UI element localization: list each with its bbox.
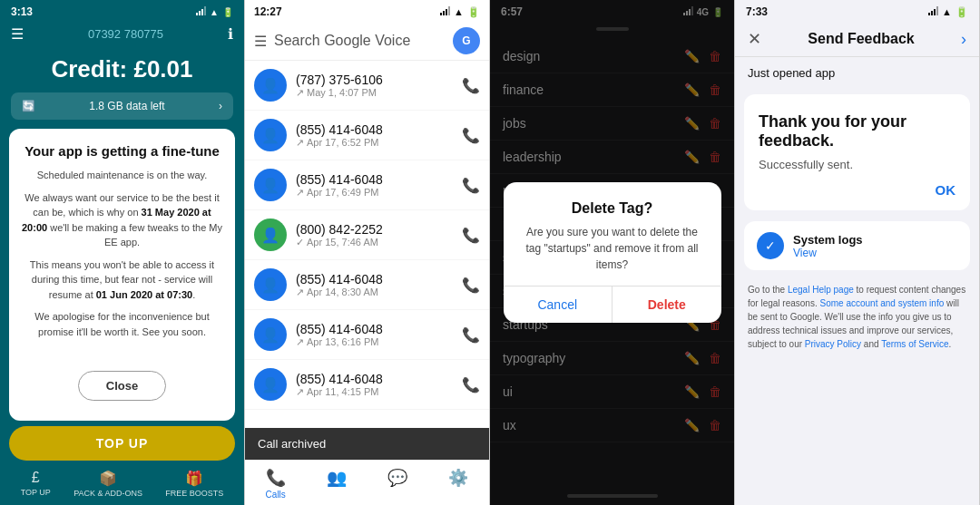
signal-icon bbox=[440, 5, 450, 18]
system-logs-title: System logs bbox=[793, 233, 863, 247]
nav-boosts-label: FREE BOOSTS bbox=[165, 489, 223, 498]
bottom-nav: £ TOP UP 📦 PACK & ADD-ONS 🎁 FREE BOOSTS bbox=[9, 462, 235, 498]
battery-icon: 🔋 bbox=[467, 6, 480, 18]
phone-icon[interactable]: 📞 bbox=[462, 177, 480, 194]
nav-item-packs[interactable]: 📦 PACK & ADD-ONS bbox=[74, 470, 142, 498]
info-icon[interactable]: ℹ bbox=[228, 25, 233, 43]
archived-toast: Call archived bbox=[245, 428, 489, 460]
phone-icon[interactable]: 📞 bbox=[462, 326, 480, 344]
call-avatar: 👤 bbox=[254, 169, 287, 201]
ok-button-container: OK bbox=[759, 182, 956, 198]
call-item-4[interactable]: 👤 (800) 842-2252 ✓ Apr 15, 7:46 AM 📞 bbox=[245, 210, 489, 260]
call-date: ↗ May 1, 4:07 PM bbox=[296, 87, 453, 99]
tags-screen: 6:57 4G 🔋 design ✏️ 🗑 finance ✏️ 🗑 jobs bbox=[490, 0, 735, 505]
phone-icon[interactable]: 📞 bbox=[462, 376, 480, 393]
signal-icon bbox=[196, 6, 206, 17]
call-item-2[interactable]: 👤 (855) 414-6048 ↗ Apr 17, 6:52 PM 📞 bbox=[245, 111, 489, 160]
nav-settings[interactable]: ⚙️ bbox=[448, 468, 468, 500]
call-item-6[interactable]: 👤 (855) 414-6048 ↗ Apr 13, 6:16 PM 📞 bbox=[245, 310, 489, 360]
time-label: 12:27 bbox=[254, 5, 282, 18]
call-item-7[interactable]: 👤 (855) 414-6048 ↗ Apr 11, 4:15 PM 📞 bbox=[245, 360, 489, 410]
phone-icon[interactable]: 📞 bbox=[462, 227, 480, 244]
battery-icon: 🔋 bbox=[956, 6, 968, 18]
just-opened-label: Just opened app bbox=[735, 57, 979, 89]
data-banner: 🔄 1.8 GB data left › bbox=[11, 92, 233, 120]
modal-para3: This means you won't be able to access i… bbox=[22, 257, 222, 303]
terms-of-service-link[interactable]: Terms of Service bbox=[881, 339, 948, 349]
topup-icon: £ bbox=[32, 470, 40, 486]
thank-you-body: Successfully sent. bbox=[759, 158, 956, 171]
feedback-screen: 7:33 ▲ 🔋 ✕ Send Feedback › Just opened a… bbox=[735, 0, 980, 505]
confirm-delete-button[interactable]: Delete bbox=[612, 286, 721, 323]
status-icons: ▲ 🔋 bbox=[928, 5, 968, 18]
ee-app-screen: 3:13 ▲ 🔋 ☰ 07392 780775 ℹ Credit: £0.01 … bbox=[0, 0, 245, 505]
nav-topup-label: TOP UP bbox=[21, 488, 51, 497]
thank-you-modal: Thank you for your feedback. Successfull… bbox=[744, 94, 970, 210]
system-logs-section: ✓ System logs View bbox=[744, 221, 970, 270]
calls-label: Calls bbox=[266, 490, 286, 500]
call-info: (855) 414-6048 ↗ Apr 13, 6:16 PM bbox=[296, 322, 453, 348]
call-date: ↗ Apr 11, 4:15 PM bbox=[296, 386, 453, 398]
chevron-right-icon[interactable]: › bbox=[219, 100, 222, 112]
call-item-5[interactable]: 👤 (855) 414-6048 ↗ Apr 14, 8:30 AM 📞 bbox=[245, 260, 489, 310]
data-icon: 🔄 bbox=[22, 100, 35, 112]
nav-packs-label: PACK & ADD-ONS bbox=[74, 489, 142, 498]
call-number: (855) 414-6048 bbox=[296, 122, 453, 137]
call-info: (787) 375-6106 ↗ May 1, 4:07 PM bbox=[296, 73, 453, 99]
cancel-delete-button[interactable]: Cancel bbox=[504, 286, 613, 323]
nav-item-topup[interactable]: £ TOP UP bbox=[21, 470, 51, 498]
account-info-link[interactable]: Some account and system info bbox=[820, 298, 945, 308]
time-label: 7:33 bbox=[746, 5, 768, 18]
data-left-label: 1.8 GB data left bbox=[89, 100, 164, 112]
time-label: 3:13 bbox=[11, 5, 33, 18]
contacts-icon: 👥 bbox=[327, 468, 347, 488]
wifi-icon: ▲ bbox=[210, 7, 219, 17]
call-info: (855) 414-6048 ↗ Apr 17, 6:49 PM bbox=[296, 172, 453, 199]
call-info: (800) 842-2252 ✓ Apr 15, 7:46 AM bbox=[296, 222, 453, 248]
nav-contacts[interactable]: 👥 bbox=[327, 468, 347, 500]
call-item-1[interactable]: 👤 (787) 375-6106 ↗ May 1, 4:07 PM 📞 bbox=[245, 61, 489, 111]
close-button[interactable]: Close bbox=[78, 371, 166, 401]
user-avatar[interactable]: G bbox=[453, 27, 480, 54]
header-title: Send Feedback bbox=[808, 31, 914, 47]
calls-icon: 📞 bbox=[266, 468, 286, 488]
call-avatar: 👤 bbox=[254, 268, 287, 301]
status-bar: 12:27 ▲ 🔋 bbox=[245, 0, 489, 22]
status-bar: 3:13 ▲ 🔋 bbox=[0, 0, 244, 22]
close-button[interactable]: ✕ bbox=[748, 29, 761, 49]
call-info: (855) 414-6048 ↗ Apr 11, 4:15 PM bbox=[296, 372, 453, 398]
call-number: (855) 414-6048 bbox=[296, 272, 453, 286]
call-info: (855) 414-6048 ↗ Apr 14, 8:30 AM bbox=[296, 272, 453, 298]
hamburger-icon[interactable]: ☰ bbox=[254, 33, 267, 50]
call-date: ↗ Apr 13, 6:16 PM bbox=[296, 336, 453, 348]
packs-icon: 📦 bbox=[99, 470, 117, 487]
system-logs-info: System logs View bbox=[793, 233, 863, 259]
archived-label: Call archived bbox=[258, 437, 326, 451]
delete-modal-body: Are you sure you want to delete the tag … bbox=[518, 224, 707, 273]
thank-you-title: Thank you for your feedback. bbox=[759, 112, 956, 151]
view-logs-link[interactable]: View bbox=[793, 247, 863, 259]
ok-button[interactable]: OK bbox=[936, 182, 956, 198]
phone-icon[interactable]: 📞 bbox=[462, 127, 480, 144]
call-number: (855) 414-6048 bbox=[296, 322, 453, 336]
signal-icon bbox=[928, 5, 938, 18]
credit-display: Credit: £0.01 bbox=[0, 50, 244, 92]
call-date: ↗ Apr 17, 6:52 PM bbox=[296, 137, 453, 149]
call-avatar: 👤 bbox=[254, 368, 287, 401]
search-bar[interactable]: ☰ Search Google Voice G bbox=[245, 22, 489, 61]
phone-icon[interactable]: 📞 bbox=[462, 77, 480, 94]
send-button[interactable]: › bbox=[961, 30, 966, 49]
menu-icon[interactable]: ☰ bbox=[11, 25, 24, 43]
call-item-3[interactable]: 👤 (855) 414-6048 ↗ Apr 17, 6:49 PM 📞 bbox=[245, 160, 489, 210]
topup-button[interactable]: TOP UP bbox=[9, 426, 235, 461]
nav-item-boosts[interactable]: 🎁 FREE BOOSTS bbox=[165, 470, 223, 498]
phone-icon[interactable]: 📞 bbox=[462, 277, 480, 294]
privacy-policy-link[interactable]: Privacy Policy bbox=[805, 339, 861, 349]
nav-messages[interactable]: 💬 bbox=[387, 468, 407, 500]
modal-para1: Scheduled maintenance is on the way. bbox=[22, 168, 222, 183]
modal-para4: We apologise for the inconvenience but p… bbox=[22, 309, 222, 339]
nav-calls[interactable]: 📞 Calls bbox=[266, 468, 286, 500]
call-date: ✓ Apr 15, 7:46 AM bbox=[296, 237, 453, 248]
call-avatar: 👤 bbox=[254, 219, 287, 251]
legal-help-link[interactable]: Legal Help page bbox=[788, 285, 854, 295]
